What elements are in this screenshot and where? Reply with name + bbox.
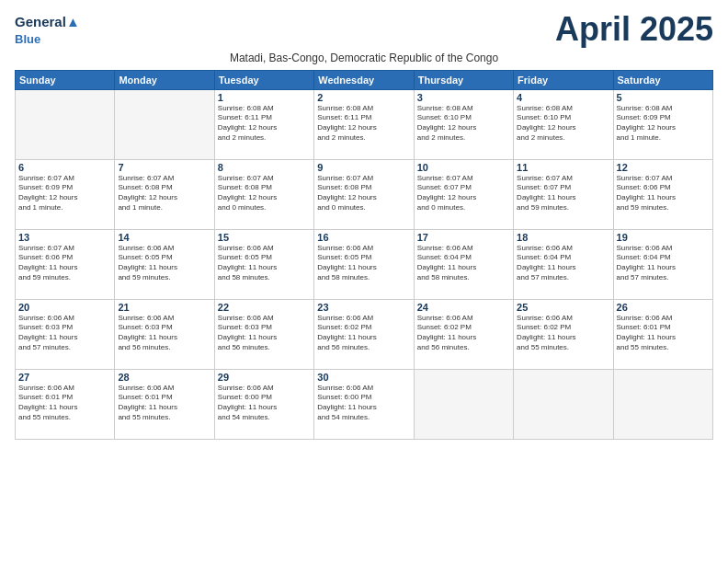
day-number: 27 [18,372,111,383]
day-info: Sunrise: 6:08 AM Sunset: 6:11 PM Dayligh… [317,104,410,144]
header-sunday: Sunday [16,70,115,89]
title-block: April 2025 [555,11,713,48]
day-number: 5 [617,92,710,103]
day-number: 4 [517,92,609,103]
day-info: Sunrise: 6:06 AM Sunset: 6:05 PM Dayligh… [317,244,410,283]
day-cell-1-2: 8Sunrise: 6:07 AM Sunset: 6:08 PM Daylig… [214,159,313,229]
week-row-2: 6Sunrise: 6:07 AM Sunset: 6:09 PM Daylig… [16,159,713,229]
day-number: 7 [118,162,210,173]
logo-blue-text: Blue [15,32,40,46]
day-info: Sunrise: 6:06 AM Sunset: 6:02 PM Dayligh… [517,314,609,353]
month-title: April 2025 [555,11,713,48]
day-number: 1 [218,92,311,103]
day-number: 25 [517,302,609,313]
header-saturday: Saturday [613,70,712,89]
day-info: Sunrise: 6:07 AM Sunset: 6:06 PM Dayligh… [617,174,710,213]
day-info: Sunrise: 6:06 AM Sunset: 6:04 PM Dayligh… [517,244,609,283]
day-cell-4-2: 29Sunrise: 6:06 AM Sunset: 6:00 PM Dayli… [214,369,313,439]
day-info: Sunrise: 6:06 AM Sunset: 6:04 PM Dayligh… [417,244,510,283]
day-number: 14 [118,232,210,243]
day-number: 20 [18,302,111,313]
day-info: Sunrise: 6:08 AM Sunset: 6:10 PM Dayligh… [517,104,609,144]
day-cell-3-4: 24Sunrise: 6:06 AM Sunset: 6:02 PM Dayli… [414,299,513,369]
header-friday: Friday [514,70,613,89]
day-cell-0-4: 3Sunrise: 6:08 AM Sunset: 6:10 PM Daylig… [414,89,513,159]
header-monday: Monday [115,70,214,89]
header-wednesday: Wednesday [314,70,414,89]
day-number: 18 [517,232,609,243]
day-number: 30 [317,372,410,383]
day-number: 6 [18,162,111,173]
day-number: 24 [417,302,510,313]
day-cell-4-3: 30Sunrise: 6:06 AM Sunset: 6:00 PM Dayli… [314,369,414,439]
day-cell-3-3: 23Sunrise: 6:06 AM Sunset: 6:02 PM Dayli… [314,299,414,369]
day-cell-2-1: 14Sunrise: 6:06 AM Sunset: 6:05 PM Dayli… [115,229,214,299]
day-cell-0-1 [115,89,214,159]
day-info: Sunrise: 6:06 AM Sunset: 6:01 PM Dayligh… [118,384,210,423]
day-cell-0-3: 2Sunrise: 6:08 AM Sunset: 6:11 PM Daylig… [314,89,414,159]
day-cell-1-4: 10Sunrise: 6:07 AM Sunset: 6:07 PM Dayli… [414,159,513,229]
day-number: 15 [218,232,311,243]
header: General▲ Blue April 2025 [15,11,713,48]
day-cell-3-1: 21Sunrise: 6:06 AM Sunset: 6:03 PM Dayli… [115,299,214,369]
day-info: Sunrise: 6:07 AM Sunset: 6:08 PM Dayligh… [118,174,210,213]
day-number: 10 [417,162,510,173]
day-number: 28 [118,372,210,383]
day-number: 13 [18,232,111,243]
day-cell-4-4 [414,369,513,439]
day-info: Sunrise: 6:06 AM Sunset: 6:00 PM Dayligh… [218,384,311,423]
day-number: 23 [317,302,410,313]
day-info: Sunrise: 6:07 AM Sunset: 6:09 PM Dayligh… [18,174,111,213]
day-cell-2-6: 19Sunrise: 6:06 AM Sunset: 6:04 PM Dayli… [613,229,712,299]
day-info: Sunrise: 6:06 AM Sunset: 6:01 PM Dayligh… [18,384,111,423]
day-info: Sunrise: 6:08 AM Sunset: 6:11 PM Dayligh… [218,104,311,144]
day-info: Sunrise: 6:06 AM Sunset: 6:02 PM Dayligh… [317,314,410,353]
day-cell-0-6: 5Sunrise: 6:08 AM Sunset: 6:09 PM Daylig… [613,89,712,159]
logo-general: General [15,14,66,29]
day-number: 3 [417,92,510,103]
day-info: Sunrise: 6:06 AM Sunset: 6:03 PM Dayligh… [18,314,111,353]
day-cell-4-6 [613,369,712,439]
logo-blue-indicator: ▲ [66,14,80,29]
day-info: Sunrise: 6:08 AM Sunset: 6:09 PM Dayligh… [617,104,710,144]
day-cell-0-2: 1Sunrise: 6:08 AM Sunset: 6:11 PM Daylig… [214,89,313,159]
day-info: Sunrise: 6:06 AM Sunset: 6:03 PM Dayligh… [218,314,311,353]
day-info: Sunrise: 6:06 AM Sunset: 6:03 PM Dayligh… [118,314,210,353]
week-row-5: 27Sunrise: 6:06 AM Sunset: 6:01 PM Dayli… [16,369,713,439]
weekday-header-row: Sunday Monday Tuesday Wednesday Thursday… [16,70,713,89]
day-number: 9 [317,162,410,173]
week-row-4: 20Sunrise: 6:06 AM Sunset: 6:03 PM Dayli… [16,299,713,369]
day-number: 16 [317,232,410,243]
location: Matadi, Bas-Congo, Democratic Republic o… [15,52,713,64]
day-cell-3-2: 22Sunrise: 6:06 AM Sunset: 6:03 PM Dayli… [214,299,313,369]
day-cell-1-3: 9Sunrise: 6:07 AM Sunset: 6:08 PM Daylig… [314,159,414,229]
day-cell-1-5: 11Sunrise: 6:07 AM Sunset: 6:07 PM Dayli… [514,159,613,229]
day-info: Sunrise: 6:06 AM Sunset: 6:02 PM Dayligh… [417,314,510,353]
calendar-table: Sunday Monday Tuesday Wednesday Thursday… [15,70,713,440]
day-number: 12 [617,162,710,173]
day-cell-4-1: 28Sunrise: 6:06 AM Sunset: 6:01 PM Dayli… [115,369,214,439]
day-cell-2-4: 17Sunrise: 6:06 AM Sunset: 6:04 PM Dayli… [414,229,513,299]
day-cell-2-5: 18Sunrise: 6:06 AM Sunset: 6:04 PM Dayli… [514,229,613,299]
week-row-3: 13Sunrise: 6:07 AM Sunset: 6:06 PM Dayli… [16,229,713,299]
day-cell-3-6: 26Sunrise: 6:06 AM Sunset: 6:01 PM Dayli… [613,299,712,369]
day-number: 2 [317,92,410,103]
day-cell-3-0: 20Sunrise: 6:06 AM Sunset: 6:03 PM Dayli… [16,299,115,369]
day-number: 11 [517,162,609,173]
day-cell-1-6: 12Sunrise: 6:07 AM Sunset: 6:06 PM Dayli… [613,159,712,229]
day-info: Sunrise: 6:06 AM Sunset: 6:04 PM Dayligh… [617,244,710,283]
day-number: 21 [118,302,210,313]
day-number: 29 [218,372,311,383]
header-thursday: Thursday [414,70,513,89]
day-info: Sunrise: 6:08 AM Sunset: 6:10 PM Dayligh… [417,104,510,144]
logo: General▲ Blue [15,15,80,47]
day-cell-0-0 [16,89,115,159]
day-number: 8 [218,162,311,173]
day-cell-3-5: 25Sunrise: 6:06 AM Sunset: 6:02 PM Dayli… [514,299,613,369]
day-info: Sunrise: 6:07 AM Sunset: 6:08 PM Dayligh… [317,174,410,213]
day-cell-2-3: 16Sunrise: 6:06 AM Sunset: 6:05 PM Dayli… [314,229,414,299]
day-info: Sunrise: 6:06 AM Sunset: 6:05 PM Dayligh… [118,244,210,283]
day-number: 17 [417,232,510,243]
day-info: Sunrise: 6:07 AM Sunset: 6:06 PM Dayligh… [18,244,111,283]
day-cell-2-2: 15Sunrise: 6:06 AM Sunset: 6:05 PM Dayli… [214,229,313,299]
